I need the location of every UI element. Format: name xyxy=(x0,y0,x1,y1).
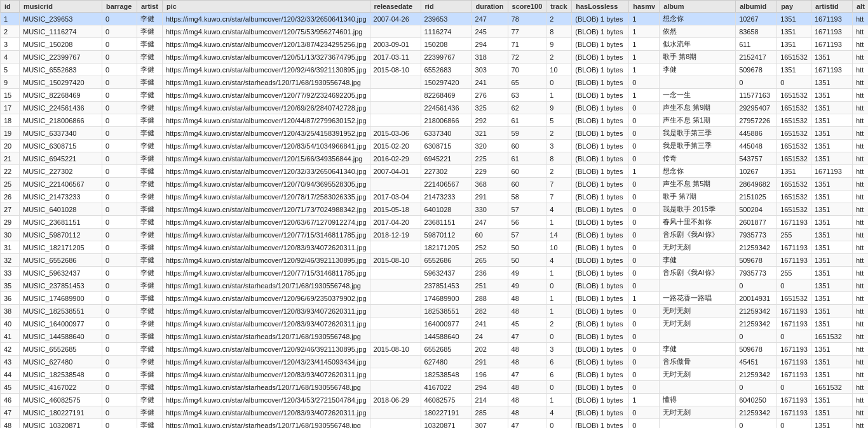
cell-id: 33 xyxy=(1,267,20,279)
cell-rid: 627480 xyxy=(421,356,471,368)
table-row[interactable]: 17MUSIC_2245614360李健https://img4.kuwo.cn… xyxy=(1,102,869,114)
cell-album: 无时无刻 xyxy=(660,406,736,419)
table-row[interactable]: 26MUSIC_214732330李健https://img4.kuwo.cn/… xyxy=(1,191,869,203)
table-row[interactable]: 30MUSIC_598701120李健https://img4.kuwo.cn/… xyxy=(1,229,869,241)
table-row[interactable]: 18MUSIC_2180068660李健https://img4.kuwo.cn… xyxy=(1,114,869,127)
cell-score100: 49 xyxy=(508,279,546,292)
col-header-barrage[interactable]: barrage xyxy=(102,1,137,13)
table-row[interactable]: 2MUSIC_11162740李健https://img4.kuwo.cn/st… xyxy=(1,25,869,38)
col-header-rid[interactable]: rid xyxy=(421,1,471,13)
table-row[interactable]: 3MUSIC_1502080李健https://img4.kuwo.cn/sta… xyxy=(1,38,869,51)
cell-score100: 60 xyxy=(508,140,546,152)
cell-id: 29 xyxy=(1,216,20,229)
table-row[interactable]: 36MUSIC_1746899000李健https://img4.kuwo.cn… xyxy=(1,292,869,305)
table-row[interactable]: 25MUSIC_2214065670李健https://img4.kuwo.cn… xyxy=(1,178,869,191)
cell-duration: 291 xyxy=(471,356,508,368)
cell-pay: 1351 xyxy=(777,38,811,51)
table-row[interactable]: 48MUSIC_103208710李健https://img1.kuwo.cn/… xyxy=(1,419,869,429)
cell-score100: 48 xyxy=(508,343,546,356)
cell-album: 音乐剧《我AI你》 xyxy=(660,229,736,241)
col-header-duration[interactable]: duration xyxy=(471,1,508,13)
cell-albumid: 0 xyxy=(736,279,777,292)
table-row[interactable]: 19MUSIC_63373400李健https://img4.kuwo.cn/s… xyxy=(1,127,869,140)
table-row[interactable]: 1MUSIC_2396530李健https://img4.kuwo.cn/sta… xyxy=(1,13,869,25)
table-row[interactable]: 29MUSIC_236811510李健https://img4.kuwo.cn/… xyxy=(1,216,869,229)
table-row[interactable]: 45MUSIC_41670220李健https://img1.kuwo.cn/s… xyxy=(1,381,869,394)
cell-artistid: 1351 xyxy=(811,152,852,165)
cell-id: 19 xyxy=(1,127,20,140)
table-row[interactable]: 4MUSIC_223997670李健https://img4.kuwo.cn/s… xyxy=(1,51,869,64)
cell-album: 似水流年 xyxy=(660,38,736,51)
table-row[interactable]: 35MUSIC_2378514530李健https://img1.kuwo.cn… xyxy=(1,279,869,292)
cell-album xyxy=(660,381,736,394)
table-row[interactable]: 46MUSIC_460825750李健https://img4.kuwo.cn/… xyxy=(1,394,869,406)
cell-releasedate xyxy=(370,279,421,292)
cell-artist: 李健 xyxy=(137,318,163,330)
table-row[interactable]: 47MUSIC_1802271910李健https://img4.kuwo.cn… xyxy=(1,406,869,419)
col-header-artist[interactable]: artist xyxy=(137,1,163,13)
col-header-haslossless[interactable]: hasLossless xyxy=(572,1,629,13)
cell-albumid: 29295407 xyxy=(736,102,777,114)
col-header-album[interactable]: album xyxy=(660,1,736,13)
col-header-releasedate[interactable]: releasedate xyxy=(370,1,421,13)
cell-musicrid: MUSIC_6308715 xyxy=(20,140,102,152)
cell-album: 音乐剧《我AI你》 xyxy=(660,267,736,279)
table-row[interactable]: 43MUSIC_6274800李健https://img4.kuwo.cn/st… xyxy=(1,356,869,368)
table-row[interactable]: 9MUSIC_1502974200李健https://img1.kuwo.cn/… xyxy=(1,76,869,89)
cell-haslossless: (BLOB) 1 bytes xyxy=(572,76,629,89)
cell-score100: 48 xyxy=(508,356,546,368)
cell-hasmv: 0 xyxy=(629,140,660,152)
cell-barrage: 0 xyxy=(102,292,137,305)
cell-track: 3 xyxy=(546,140,572,152)
col-header-hasmv[interactable]: hasmv xyxy=(629,1,660,13)
table-row[interactable]: 20MUSIC_63087150李健https://img4.kuwo.cn/s… xyxy=(1,140,869,152)
cell-track: 1 xyxy=(546,305,572,318)
table-container[interactable]: id musicrid barrage artist pic releaseda… xyxy=(0,0,868,428)
cell-hasmv: 1 xyxy=(629,64,660,76)
cell-id: 30 xyxy=(1,229,20,241)
table-row[interactable]: 42MUSIC_65526850李健https://img4.kuwo.cn/s… xyxy=(1,343,869,356)
table-row[interactable]: 27MUSIC_64010280李健https://img4.kuwo.cn/s… xyxy=(1,203,869,216)
col-header-musicrid[interactable]: musicrid xyxy=(20,1,102,13)
cell-barrage: 0 xyxy=(102,152,137,165)
cell-track: 4 xyxy=(546,203,572,216)
cell-barrage: 0 xyxy=(102,356,137,368)
cell-album xyxy=(660,76,736,89)
cell-alt: htt xyxy=(852,419,868,429)
table-row[interactable]: 5MUSIC_65526830李健https://img4.kuwo.cn/st… xyxy=(1,64,869,76)
cell-track: 1 xyxy=(546,89,572,102)
cell-score100: 57 xyxy=(508,229,546,241)
table-row[interactable]: 44MUSIC_1825385480李健https://img4.kuwo.cn… xyxy=(1,368,869,381)
table-row[interactable]: 40MUSIC_1640009770李健https://img4.kuwo.cn… xyxy=(1,318,869,330)
table-row[interactable]: 32MUSIC_65526860李健https://img4.kuwo.cn/s… xyxy=(1,254,869,267)
cell-alt: htt xyxy=(852,318,868,330)
table-row[interactable]: 33MUSIC_596324370李健https://img4.kuwo.cn/… xyxy=(1,267,869,279)
table-row[interactable]: 31MUSIC_1821712050李健https://img4.kuwo.cn… xyxy=(1,241,869,254)
cell-haslossless: (BLOB) 1 bytes xyxy=(572,64,629,76)
table-row[interactable]: 15MUSIC_822684690李健https://img4.kuwo.cn/… xyxy=(1,89,869,102)
col-header-artistid[interactable]: artistid xyxy=(811,1,852,13)
col-header-albumid[interactable]: albumid xyxy=(736,1,777,13)
cell-album: 李健 xyxy=(660,64,736,76)
cell-hasmv: 0 xyxy=(629,330,660,343)
table-row[interactable]: 38MUSIC_1825385510李健https://img4.kuwo.cn… xyxy=(1,305,869,318)
cell-album: 无时无刻 xyxy=(660,305,736,318)
cell-artist: 李健 xyxy=(137,279,163,292)
cell-artist: 李健 xyxy=(137,13,163,25)
col-header-id[interactable]: id xyxy=(1,1,20,13)
table-row[interactable]: 22MUSIC_2273020李健https://img4.kuwo.cn/st… xyxy=(1,165,869,178)
col-header-pic[interactable]: pic xyxy=(163,1,370,13)
cell-duration: 247 xyxy=(471,13,508,25)
table-row[interactable]: 41MUSIC_1445886400李健https://img1.kuwo.cn… xyxy=(1,330,869,343)
col-header-pay[interactable]: pay xyxy=(777,1,811,13)
cell-alt: htt xyxy=(852,254,868,267)
cell-id: 36 xyxy=(1,292,20,305)
cell-rid: 10320871 xyxy=(421,419,471,429)
table-row[interactable]: 21MUSIC_69452210李健https://img4.kuwo.cn/s… xyxy=(1,152,869,165)
col-header-score100[interactable]: score100 xyxy=(508,1,546,13)
cell-haslossless: (BLOB) 1 bytes xyxy=(572,419,629,429)
cell-haslossless: (BLOB) 1 bytes xyxy=(572,191,629,203)
col-header-alt[interactable]: alt xyxy=(852,1,868,13)
cell-albumid: 0 xyxy=(736,419,777,429)
col-header-track[interactable]: track xyxy=(546,1,572,13)
